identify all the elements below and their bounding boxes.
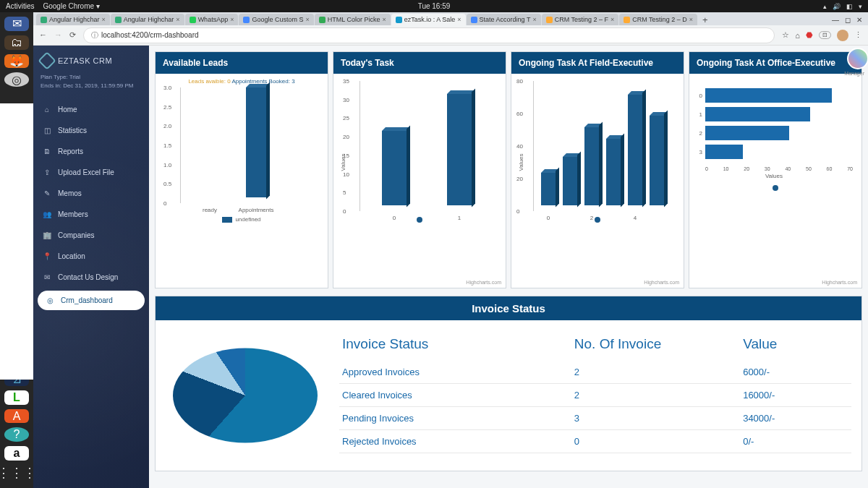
sidebar-item-companies[interactable]: 🏢Companies — [33, 225, 149, 246]
card-title: Ongoing Task At Office-Executive — [689, 52, 861, 74]
nav-label: Memos — [58, 189, 82, 197]
sidebar-item-contact-us-design[interactable]: ✉Contact Us Design — [33, 267, 149, 288]
favicon-icon — [546, 17, 553, 23]
window-maximize-icon[interactable]: ◻ — [845, 16, 851, 24]
user-avatar-icon[interactable] — [847, 48, 868, 69]
nav-back-icon[interactable]: ← — [39, 30, 47, 40]
tab-strip: Angular Highchar×Angular Highchar×WhatsA… — [33, 12, 868, 25]
tab-close-icon[interactable]: × — [532, 16, 536, 23]
browser-tab[interactable]: WhatsApp× — [185, 14, 239, 25]
legend-dot-icon — [773, 185, 778, 191]
nav-icon: ◫ — [42, 127, 52, 134]
browser-tab[interactable]: CRM Testing 2 – D× — [619, 14, 697, 25]
invoice-pie-chart — [166, 330, 325, 461]
activities[interactable]: Activities — [6, 2, 34, 10]
favicon-icon — [115, 17, 122, 23]
tab-close-icon[interactable]: × — [610, 16, 614, 23]
main-area: Available Leads Leads avaible: 0 Appoint… — [149, 46, 868, 488]
launcher-settings-icon[interactable]: ◎ — [4, 72, 29, 87]
tab-close-icon[interactable]: × — [176, 16, 179, 23]
window-close-icon[interactable]: ✕ — [856, 16, 862, 24]
launcher-help-icon[interactable]: ? — [4, 427, 29, 442]
ext-pill-icon[interactable]: ⊡ — [819, 31, 831, 39]
topbar-app[interactable]: Google Chrome ▾ — [43, 2, 99, 10]
nav-label: Reports — [58, 147, 83, 155]
invoice-panel: Invoice Status Invoice Status No. Of Inv… — [155, 296, 862, 471]
cell-value: 16000/- — [743, 390, 848, 401]
nav-icon: ✉ — [42, 273, 52, 281]
sidebar-item-reports[interactable]: 🗎Reports — [33, 141, 149, 162]
nav-label: Contact Us Design — [58, 273, 118, 281]
launcher-software-icon[interactable]: A — [4, 409, 29, 424]
nav-label: Companies — [58, 231, 95, 239]
tab-close-icon[interactable]: × — [102, 16, 106, 23]
browser-tab[interactable]: State According T× — [467, 14, 541, 25]
nav-forward-icon[interactable]: → — [54, 30, 62, 40]
sidebar-item-statistics[interactable]: ◫Statistics — [33, 120, 149, 141]
plan-info: Plan Type: Trial Ends in: Dec 31, 2019, … — [33, 73, 149, 99]
browser-tab[interactable]: Angular Highchar× — [36, 14, 110, 25]
profile-avatar-icon[interactable] — [837, 30, 848, 41]
launcher-amazon-icon[interactable]: a — [4, 446, 29, 461]
browser-tab[interactable]: Angular Highchar× — [111, 14, 184, 25]
window-minimize-icon[interactable]: — — [832, 16, 839, 24]
cell-status: Pending Invoices — [342, 413, 574, 424]
network-icon[interactable]: ▴ — [823, 3, 827, 10]
launcher-thunderbird-icon[interactable]: ✉ — [4, 17, 29, 31]
tab-close-icon[interactable]: × — [382, 16, 386, 23]
sidebar-item-members[interactable]: 👥Members — [33, 204, 149, 225]
leads-summary: Leads avaible: 0 Appointments Booked: 3 — [160, 78, 323, 85]
favicon-icon — [624, 17, 630, 23]
bookmark-icon[interactable]: ☆ — [782, 30, 789, 40]
sidebar-item-memos[interactable]: ✎Memos — [33, 183, 149, 204]
cell-value: 34000/- — [743, 413, 848, 424]
tab-label: Angular Highchar — [49, 16, 100, 23]
volume-icon[interactable]: 🔊 — [833, 3, 841, 10]
new-tab-button[interactable]: + — [698, 14, 712, 25]
browser-tab[interactable]: CRM Testing 2 – F× — [542, 14, 619, 25]
cell-count: 0 — [574, 436, 743, 447]
legend-dot-icon — [417, 217, 422, 223]
tab-label: Google Custom S — [252, 16, 303, 23]
launcher-libreoffice-icon[interactable]: L — [4, 390, 29, 405]
chart-leads: 3.02.5 2.01.5 1.00.5 0 ready Appointment… — [180, 87, 309, 203]
launcher-files-icon[interactable]: 🗂 — [4, 35, 29, 50]
tab-label: Angular Highchar — [124, 16, 174, 23]
chrome-menu-icon[interactable]: ⋮ — [854, 30, 862, 40]
nav-reload-icon[interactable]: ⟳ — [69, 30, 76, 40]
tab-close-icon[interactable]: × — [230, 16, 234, 23]
browser-tab[interactable]: ezTask.io : A Sale× — [391, 14, 466, 25]
sidebar-item-home[interactable]: ⌂Home — [33, 99, 149, 120]
nav-icon: ✎ — [42, 189, 52, 197]
os-top-bar: Activities Google Chrome ▾ Tue 16:59 ▴ 🔊… — [0, 0, 868, 12]
ext-home-icon[interactable]: ⌂ — [795, 31, 800, 40]
brand[interactable]: EZTASK CRM — [33, 54, 149, 73]
address-bar: ← → ⟳ ⓘ localhost:4200/crm-dashboard ☆ ⌂… — [33, 25, 868, 46]
browser-tab[interactable]: Google Custom S× — [239, 14, 313, 25]
sidebar-item-upload-excel-file[interactable]: ⇪Upload Excel File — [33, 162, 149, 183]
tab-close-icon[interactable]: × — [457, 16, 461, 23]
launcher-apps-icon[interactable]: ⋮⋮⋮ — [4, 465, 29, 481]
topbar-clock[interactable]: Tue 16:59 — [418, 2, 451, 10]
os-launcher: ✉ 🗂 🦊 ◎ ⊿ L A ? a ⋮⋮⋮ — [0, 12, 33, 488]
cell-count: 2 — [574, 367, 743, 377]
legend-dot-icon — [595, 217, 600, 223]
nav-label: Upload Excel File — [58, 168, 114, 176]
tab-close-icon[interactable]: × — [305, 16, 309, 23]
power-icon[interactable]: ▾ — [859, 3, 862, 10]
invoice-table: Invoice Status No. Of Invoice Value Appr… — [339, 330, 851, 461]
ext-adblock-icon[interactable]: ⬣ — [806, 30, 813, 40]
invoice-row: Rejected Invoices00/- — [339, 430, 851, 453]
sidebar-item-location[interactable]: 📍Location — [33, 246, 149, 267]
nav-icon: 👥 — [42, 210, 52, 218]
battery-icon[interactable]: ◧ — [846, 3, 853, 10]
cell-value: 0/- — [743, 436, 848, 447]
site-info-icon[interactable]: ⓘ — [91, 30, 98, 40]
sidebar-item-crm-dashboard[interactable]: ◎Crm_dashboard — [38, 291, 145, 310]
invoice-row: Approved Invoices26000/- — [339, 361, 851, 384]
tab-close-icon[interactable]: × — [689, 16, 693, 23]
launcher-firefox-icon[interactable]: 🦊 — [4, 54, 29, 69]
chart-today: 3530 2520 1510 50 01 — [359, 81, 487, 211]
browser-tab[interactable]: HTML Color Picke× — [315, 14, 391, 25]
url-input[interactable]: ⓘ localhost:4200/crm-dashboard — [83, 27, 775, 43]
